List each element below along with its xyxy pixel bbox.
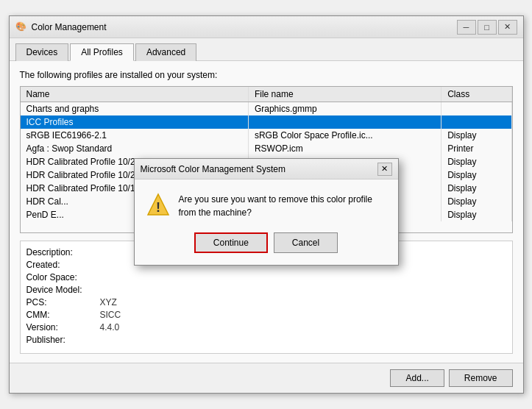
cancel-button[interactable]: Cancel [274,232,338,253]
dialog-overlay: Microsoft Color Management System ✕ ! Ar… [10,61,523,363]
confirmation-dialog: Microsoft Color Management System ✕ ! Ar… [134,158,399,266]
window-icon: 🎨 [15,21,27,33]
svg-text:!: ! [156,200,160,215]
remove-button[interactable]: Remove [449,369,513,387]
main-content: The following profiles are installed on … [10,61,523,363]
dialog-footer: Continue Cancel [135,230,398,265]
dialog-message-line1: Are you sure you want to remove this col… [179,194,372,204]
title-buttons: ─ □ ✕ [457,20,517,35]
dialog-title-bar: Microsoft Color Management System ✕ [135,159,398,179]
dialog-body: ! Are you sure you want to remove this c… [135,179,398,230]
add-button[interactable]: Add... [390,369,444,387]
bottom-buttons: Add... Remove [10,363,523,393]
continue-button[interactable]: Continue [194,232,268,253]
tab-advanced[interactable]: Advanced [135,43,196,61]
dialog-message: Are you sure you want to remove this col… [179,193,386,219]
tab-all-profiles[interactable]: All Profiles [70,43,134,61]
maximize-button[interactable]: □ [478,20,497,35]
dialog-close-button[interactable]: ✕ [377,163,392,176]
tab-devices[interactable]: Devices [15,43,69,61]
close-button[interactable]: ✕ [498,20,517,35]
dialog-title-text: Microsoft Color Management System [141,164,285,174]
warning-icon: ! [146,193,170,216]
title-bar: 🎨 Color Management ─ □ ✕ [10,16,523,38]
title-bar-left: 🎨 Color Management [15,21,107,33]
minimize-button[interactable]: ─ [457,20,476,35]
main-window: 🎨 Color Management ─ □ ✕ Devices All Pro… [9,15,524,394]
window-title: Color Management [32,22,107,32]
tab-bar: Devices All Profiles Advanced [10,38,523,61]
dialog-message-line2: from the machine? [179,207,252,218]
